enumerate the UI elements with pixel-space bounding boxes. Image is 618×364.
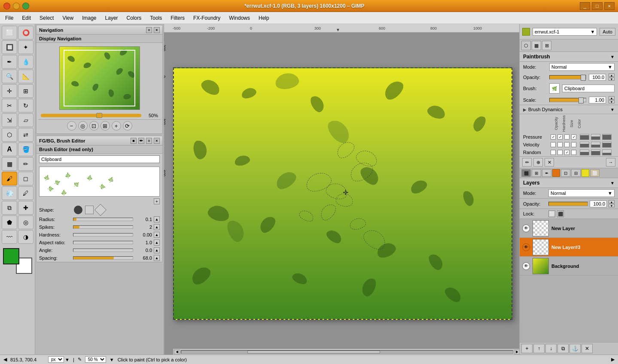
velocity-hardness-check[interactable]	[557, 142, 563, 147]
layers-opacity-up[interactable]: ▲	[609, 200, 615, 203]
aspect-slider[interactable]	[73, 241, 133, 244]
shape-circle-btn[interactable]	[74, 206, 82, 214]
ri-orange-btn[interactable]	[552, 169, 560, 177]
tool-paths[interactable]: ✒	[2, 55, 17, 69]
tool-blend[interactable]: ▦	[2, 157, 17, 171]
spikes-slider[interactable]	[73, 225, 133, 229]
ri-layers-btn[interactable]: ▦	[521, 169, 531, 177]
scale-up-btn[interactable]: ▲	[609, 96, 615, 100]
nav-zoom-out-btn[interactable]: −	[67, 121, 76, 130]
zoom-select[interactable]: 50 %	[85, 356, 106, 363]
velocity-color-check[interactable]	[571, 142, 576, 147]
scale-thumb[interactable]	[578, 97, 584, 103]
pressure-hardness-check[interactable]	[557, 134, 563, 140]
layer-duplicate-btn[interactable]: ⧉	[557, 344, 569, 353]
menu-image[interactable]: Image	[79, 14, 100, 22]
spikes-spinner-up[interactable]: ▲	[154, 224, 160, 230]
layer-item-0[interactable]: 👁 New Layer	[520, 219, 618, 238]
tool-rotate[interactable]: ↻	[18, 99, 33, 112]
spacing-slider[interactable]	[73, 256, 133, 260]
lock-alpha-btn[interactable]: ⬛	[557, 210, 564, 217]
hardness-slider[interactable]	[73, 233, 133, 237]
layer-anchor-btn[interactable]: ⚓	[569, 344, 581, 353]
layer-raise-btn[interactable]: ↑	[533, 344, 545, 353]
layer-lower-btn[interactable]: ↓	[545, 344, 557, 353]
layers-opacity-down[interactable]: ▼	[609, 204, 615, 207]
tool-shear[interactable]: ▱	[18, 113, 33, 127]
pressure-opacity-check[interactable]	[551, 134, 556, 140]
fg-tab-btn[interactable]: ■	[131, 138, 137, 144]
menu-view[interactable]: View	[59, 14, 77, 22]
tool-smudge[interactable]: 〰	[2, 230, 17, 244]
random-opacity-check[interactable]	[551, 150, 556, 155]
menu-select[interactable]: Select	[36, 14, 57, 22]
close-button[interactable]	[3, 3, 10, 9]
ri-btn-8[interactable]: ⬜	[590, 169, 600, 177]
ri-btn-5[interactable]: ⊡	[561, 169, 570, 177]
random-color-check[interactable]	[571, 150, 576, 155]
window-min-btn[interactable]: _	[580, 2, 590, 10]
brush-tab-btn[interactable]: ✏	[138, 138, 144, 144]
canvas-hscroll[interactable]: ◀ ▶	[173, 349, 519, 355]
brush-thumbnail[interactable]: 🌿	[549, 83, 560, 94]
tool-move[interactable]: ✛	[2, 84, 17, 98]
opacity-up-btn[interactable]: ▲	[609, 73, 615, 77]
window-close-btn[interactable]: ×	[604, 2, 615, 10]
tool-option-icon-1[interactable]: ⬡	[521, 41, 531, 50]
hardness-spinner-up[interactable]: ▲	[154, 232, 160, 238]
maximize-button[interactable]	[22, 3, 29, 9]
foreground-color[interactable]	[3, 248, 19, 264]
scroll-right-btn[interactable]: ▶	[514, 350, 519, 354]
panel-icon-btn[interactable]: ≡	[146, 27, 152, 33]
minimize-button[interactable]	[13, 3, 20, 9]
layer-new-btn[interactable]: +	[521, 344, 533, 353]
tool-ellipse-select[interactable]: ⭕	[18, 26, 33, 39]
tool-option-icon-3[interactable]: ⊞	[542, 41, 551, 50]
brush-name-input[interactable]	[39, 155, 160, 163]
tool-pencil[interactable]: ✏	[18, 157, 33, 171]
scroll-thumb-h[interactable]	[247, 351, 380, 353]
nav-zoom-reset-btn[interactable]: ◎	[78, 121, 88, 130]
menu-windows[interactable]: Windows	[225, 14, 253, 22]
nav-zoom-slider[interactable]	[41, 114, 141, 117]
random-hardness-check[interactable]	[557, 150, 563, 155]
menu-file[interactable]: File	[2, 14, 17, 22]
layer-dropdown[interactable]: errwut.xcf-1 ▼	[533, 28, 597, 36]
tool-dodge-burn[interactable]: ◑	[18, 230, 33, 244]
shape-diamond-btn[interactable]	[94, 204, 107, 216]
panel-close-btn[interactable]: ×	[154, 138, 160, 144]
image-canvas[interactable]: ✛	[173, 67, 512, 320]
nav-zoom-fill-btn[interactable]: ⊞	[100, 121, 110, 130]
color-swatch[interactable]	[3, 248, 32, 274]
brush-add-btn[interactable]: +	[154, 198, 160, 204]
menu-edit[interactable]: Edit	[18, 14, 34, 22]
scale-slider[interactable]	[549, 98, 586, 102]
tool-free-select[interactable]: 🔲	[2, 40, 17, 54]
angle-spinner-up[interactable]: ▲	[154, 247, 160, 253]
nav-flip-btn[interactable]: ⟳	[123, 121, 132, 130]
panel-menu-btn[interactable]: ≡	[146, 138, 152, 144]
spacing-spinner-up[interactable]: ▲	[154, 255, 160, 261]
tool-color-picker[interactable]: 💧	[18, 55, 33, 69]
dynamics-arrow-btn[interactable]: →	[606, 158, 615, 167]
radius-slider[interactable]	[73, 218, 133, 221]
dynamics-expand-btn[interactable]: ▼	[610, 107, 615, 112]
tool-heal[interactable]: ✚	[18, 201, 33, 215]
dynamics-delete-btn[interactable]: ✕	[545, 158, 554, 167]
ri-channels-btn[interactable]: ⊞	[532, 169, 541, 177]
scroll-left-btn[interactable]: ◀	[174, 350, 180, 354]
auto-button[interactable]: Auto	[600, 28, 615, 36]
tool-airbrush[interactable]: 💨	[2, 186, 17, 200]
menu-layer[interactable]: Layer	[102, 14, 122, 22]
mode-dropdown[interactable]: Normal ▼	[549, 63, 615, 71]
menu-tools[interactable]: Tools	[146, 14, 165, 22]
ri-yellow-btn[interactable]	[581, 169, 589, 177]
tool-crop[interactable]: ✂	[2, 99, 17, 112]
velocity-opacity-check[interactable]	[551, 142, 556, 147]
panel-close-btn[interactable]: ×	[154, 27, 160, 33]
lock-pixels-btn[interactable]: ⬜	[548, 210, 555, 217]
paintbrush-expand-btn[interactable]: ▼	[610, 55, 615, 59]
layer-eye-0[interactable]: 👁	[522, 224, 530, 232]
layer-eye-1[interactable]: 👁	[522, 243, 530, 251]
random-size-check[interactable]	[564, 150, 569, 155]
